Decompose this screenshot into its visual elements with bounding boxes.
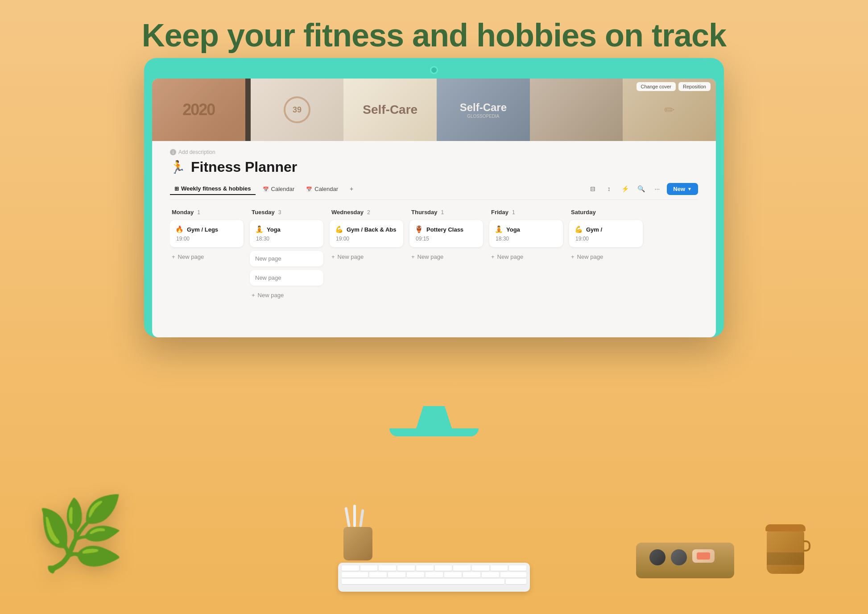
- toolbar-actions: ⊟ ↕ ⚡ 🔍 ··· New ▼: [587, 183, 698, 195]
- card-yoga-tuesday[interactable]: 🧘 Yoga 18:30: [250, 220, 323, 247]
- search-button[interactable]: 🔍: [635, 183, 647, 195]
- plus-icon-saturday: +: [571, 253, 575, 260]
- card-emoji-gym-legs: 🔥: [175, 225, 184, 233]
- column-name-friday: Friday: [491, 209, 508, 216]
- card-gym-back[interactable]: 💪 Gym / Back & Abs 19:00: [330, 220, 403, 247]
- card-gym-legs[interactable]: 🔥 Gym / Legs 19:00: [170, 220, 244, 247]
- calendar-icon-2: [306, 186, 312, 192]
- card-title-yoga-tue: 🧘 Yoga: [255, 225, 318, 233]
- card-emoji-yoga-fri: 🧘: [495, 225, 503, 233]
- card-time-gym-back: 19:00: [335, 236, 398, 242]
- card-title-gym-legs: 🔥 Gym / Legs: [175, 225, 238, 233]
- tab-weekly-fitness[interactable]: Weekly fitness & hobbies: [170, 183, 256, 195]
- add-new-tuesday[interactable]: + New page: [250, 289, 323, 301]
- column-header-thursday: Thursday 1: [409, 209, 483, 216]
- card-yoga-friday[interactable]: 🧘 Yoga 18:30: [489, 220, 563, 247]
- column-monday: Monday 1 🔥 Gym / Legs 19:00 + New page: [170, 209, 244, 301]
- column-count-thursday: 1: [441, 209, 444, 216]
- column-header-monday: Monday 1: [170, 209, 244, 216]
- keyboard: [338, 563, 530, 592]
- plus-icon-wednesday: +: [331, 253, 335, 260]
- column-header-saturday: Saturday: [569, 209, 643, 216]
- column-header-friday: Friday 1: [489, 209, 563, 216]
- plus-icon-tuesday: +: [252, 292, 255, 299]
- cover-decoration: 2020 39 Self-Care Self-Care GLOSSOPEDIA: [152, 79, 716, 141]
- new-page-card-tue-2[interactable]: New page: [250, 270, 323, 286]
- auto-button[interactable]: ⚡: [619, 183, 631, 195]
- new-button[interactable]: New ▼: [667, 183, 698, 195]
- column-tuesday: Tuesday 3 🧘 Yoga 18:30 New page: [250, 209, 323, 301]
- card-title-yoga-fri: 🧘 Yoga: [495, 225, 558, 233]
- cover-buttons: Change cover Reposition: [637, 82, 711, 91]
- add-description[interactable]: i Add description: [170, 149, 698, 155]
- cover-selfcare: Self-Care: [343, 79, 437, 141]
- add-new-friday[interactable]: + New page: [489, 251, 563, 263]
- card-time-gym-sat: 19:00: [575, 236, 637, 242]
- pencil-cup: [343, 527, 372, 560]
- card-text-gym-sat: Gym /: [586, 226, 602, 233]
- monitor-stand: [416, 406, 452, 428]
- add-new-wednesday[interactable]: + New page: [330, 251, 403, 263]
- card-text-pottery: Pottery Class: [426, 226, 463, 233]
- card-text-yoga-fri: Yoga: [506, 226, 520, 233]
- card-time-pottery: 09:15: [415, 236, 478, 242]
- tab-calendar-1[interactable]: Calendar: [258, 183, 299, 195]
- card-pottery[interactable]: 🏺 Pottery Class 09:15: [409, 220, 483, 247]
- card-title-gym-back: 💪 Gym / Back & Abs: [335, 225, 398, 233]
- monitor-frame: 2020 39 Self-Care Self-Care GLOSSOPEDIA: [144, 58, 724, 337]
- card-text-gym-back: Gym / Back & Abs: [347, 226, 397, 233]
- add-new-monday[interactable]: + New page: [170, 251, 244, 263]
- card-emoji-gym-back: 💪: [335, 225, 343, 233]
- lightning-icon: ⚡: [621, 185, 629, 192]
- reposition-button[interactable]: Reposition: [678, 82, 711, 91]
- plus-icon-friday: +: [491, 253, 495, 260]
- column-count-wednesday: 2: [367, 209, 370, 216]
- column-header-wednesday: Wednesday 2: [330, 209, 403, 216]
- sort-button[interactable]: ↕: [603, 183, 615, 195]
- new-page-card-tue-1[interactable]: New page: [250, 251, 323, 266]
- monitor-base: [389, 428, 479, 436]
- add-view-button[interactable]: [345, 183, 358, 195]
- card-text-yoga-tue: Yoga: [267, 226, 281, 233]
- column-thursday: Thursday 1 🏺 Pottery Class 09:15 + New p…: [409, 209, 483, 301]
- cover-year: 2020: [152, 79, 245, 141]
- column-name-thursday: Thursday: [411, 209, 438, 216]
- sushi-board: [636, 543, 734, 578]
- card-title-gym-sat: 💪 Gym /: [575, 225, 637, 233]
- notion-content: i Add description 🏃 Fitness Planner Week…: [152, 141, 716, 310]
- cover-divider: [245, 79, 251, 141]
- webcam-dot: [430, 66, 438, 74]
- coffee-cup: [765, 524, 806, 574]
- column-name-saturday: Saturday: [571, 209, 596, 216]
- search-icon: 🔍: [637, 185, 645, 192]
- board-area: Monday 1 🔥 Gym / Legs 19:00 + New page: [170, 209, 698, 301]
- add-new-saturday[interactable]: + New page: [569, 251, 643, 263]
- card-time-yoga-tue: 18:30: [255, 236, 318, 242]
- column-saturday: Saturday 💪 Gym / 19:00 + New page: [569, 209, 643, 301]
- more-button[interactable]: ···: [651, 183, 663, 195]
- cover-selfcare2: Self-Care GLOSSOPEDIA: [437, 79, 530, 141]
- column-wednesday: Wednesday 2 💪 Gym / Back & Abs 19:00 + N…: [330, 209, 403, 301]
- change-cover-button[interactable]: Change cover: [637, 82, 676, 91]
- card-text-gym-legs: Gym / Legs: [187, 226, 218, 233]
- title-emoji: 🏃: [170, 160, 186, 174]
- page-heading: Keep your fitness and hobbies on track: [0, 0, 868, 54]
- plus-icon-monday: +: [172, 253, 175, 260]
- column-friday: Friday 1 🧘 Yoga 18:30 + New page: [489, 209, 563, 301]
- filter-button[interactable]: ⊟: [587, 183, 599, 195]
- card-emoji-gym-sat: 💪: [575, 225, 583, 233]
- plus-icon-thursday: +: [411, 253, 415, 260]
- screen-area: 2020 39 Self-Care Self-Care GLOSSOPEDIA: [152, 79, 716, 337]
- column-name-monday: Monday: [172, 209, 194, 216]
- column-count-tuesday: 3: [278, 209, 281, 216]
- page-title-row: 🏃 Fitness Planner: [170, 159, 698, 175]
- plus-icon: [350, 185, 353, 192]
- add-new-thursday[interactable]: + New page: [409, 251, 483, 263]
- info-icon: i: [170, 149, 176, 155]
- column-name-wednesday: Wednesday: [331, 209, 364, 216]
- card-gym-saturday[interactable]: 💪 Gym / 19:00: [569, 220, 643, 247]
- card-title-pottery: 🏺 Pottery Class: [415, 225, 478, 233]
- chevron-down-icon: ▼: [687, 187, 692, 191]
- dots-icon: ···: [655, 185, 660, 192]
- tab-calendar-2[interactable]: Calendar: [302, 183, 343, 195]
